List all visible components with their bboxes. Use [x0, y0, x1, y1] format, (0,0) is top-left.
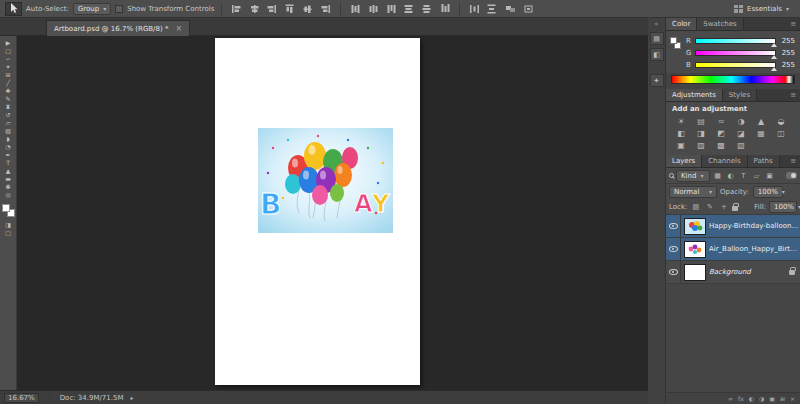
distribute-v-spacing-icon[interactable]: [486, 2, 499, 16]
auto-select-dropdown[interactable]: Group ▾: [73, 3, 111, 15]
distribute-right-icon[interactable]: [438, 2, 452, 15]
color-spectrum-ramp[interactable]: [671, 75, 795, 84]
visibility-cell[interactable]: [666, 238, 681, 260]
layer-thumbnail[interactable]: [685, 265, 705, 280]
layer-group-icon[interactable]: ▣: [769, 396, 775, 402]
rectangular-marquee-tool[interactable]: □: [1, 47, 16, 55]
eyedropper-tool[interactable]: ╱: [1, 79, 16, 87]
distribute-h-spacing-icon[interactable]: [467, 2, 481, 15]
filter-kind-dropdown[interactable]: Kind ▾: [676, 170, 710, 182]
status-popup-icon[interactable]: ▸: [130, 395, 133, 401]
lasso-tool[interactable]: ∽: [1, 55, 16, 63]
align-v-center-icon[interactable]: [302, 2, 315, 16]
artboard[interactable]: B A Y: [215, 38, 420, 385]
tab-color[interactable]: Color: [666, 18, 697, 30]
layer-row-background[interactable]: Background: [666, 261, 800, 284]
tab-channels[interactable]: Channels: [702, 155, 747, 167]
distribute-top-icon[interactable]: [348, 2, 362, 15]
visibility-cell[interactable]: [666, 261, 681, 283]
selective-color-icon[interactable]: ▩: [711, 139, 731, 151]
color-balance-icon[interactable]: ◧: [671, 127, 691, 139]
visibility-cell[interactable]: [666, 215, 681, 237]
eye-icon[interactable]: [669, 246, 678, 252]
eraser-tool[interactable]: ▱: [1, 119, 16, 127]
new-adjustment-layer-icon[interactable]: ◑: [759, 396, 764, 402]
gradient-map-icon[interactable]: ▧: [731, 139, 751, 151]
photo-filter-icon[interactable]: ◩: [711, 127, 731, 139]
color-lookup-icon[interactable]: ▦: [751, 127, 771, 139]
exposure-icon[interactable]: ◑: [731, 115, 751, 127]
layer-thumbnail[interactable]: [685, 242, 705, 257]
lock-transparent-pixels-icon[interactable]: ▨: [690, 201, 701, 213]
shape-layer-filter-icon[interactable]: ▱: [751, 170, 762, 182]
blend-mode-dropdown[interactable]: Normal ▾: [669, 186, 717, 198]
panel-menu-icon[interactable]: ≡: [786, 155, 800, 167]
align-bottom-icon[interactable]: [319, 2, 333, 15]
eye-icon[interactable]: [669, 223, 678, 229]
distribute-bottom-icon[interactable]: [384, 2, 398, 15]
foreground-chip[interactable]: [670, 37, 677, 44]
brush-tool[interactable]: ✎: [1, 95, 16, 103]
blue-slider[interactable]: [695, 62, 776, 68]
tab-swatches[interactable]: Swatches: [697, 18, 743, 30]
hand-tool[interactable]: ✽: [1, 183, 16, 191]
type-layer-filter-icon[interactable]: T: [738, 170, 749, 182]
lock-image-pixels-icon[interactable]: ✎: [704, 201, 715, 213]
tab-styles[interactable]: Styles: [723, 89, 757, 101]
3d-mode-icon[interactable]: [521, 2, 535, 15]
document-tab[interactable]: Artboard.psd @ 16.7% (RGB/8) * ×: [46, 20, 190, 36]
slider-thumb[interactable]: [771, 43, 777, 47]
vibrance-icon[interactable]: ▲: [751, 115, 771, 127]
canvas-area[interactable]: B A Y: [17, 36, 648, 390]
distribute-left-icon[interactable]: [403, 2, 416, 16]
layer-thumbnail[interactable]: [685, 219, 705, 234]
tab-layers[interactable]: Layers: [666, 155, 702, 167]
spot-healing-brush-tool[interactable]: ✚: [1, 87, 16, 95]
layer-row-air-balloon-happy-birth[interactable]: Air_Balloon_Happy_Birth...: [666, 238, 800, 261]
pen-tool[interactable]: ✒: [1, 151, 16, 159]
levels-icon[interactable]: ▤: [691, 115, 711, 127]
layer-effects-icon[interactable]: fx: [738, 396, 744, 402]
horizontal-type-tool[interactable]: T: [1, 159, 16, 167]
layer-name[interactable]: Happy-Birthday-balloons-...: [709, 222, 800, 230]
auto-align-icon[interactable]: [503, 2, 517, 15]
panel-menu-icon[interactable]: ≡: [786, 89, 800, 101]
align-h-center-icon[interactable]: [247, 2, 261, 15]
smart-object-filter-icon[interactable]: ▣: [764, 170, 775, 182]
invert-icon[interactable]: ◫: [771, 127, 791, 139]
tab-adjustments[interactable]: Adjustments: [666, 89, 723, 101]
eye-icon[interactable]: [669, 269, 678, 275]
path-selection-tool[interactable]: ▲: [1, 167, 16, 175]
quick-selection-tool[interactable]: ✦: [1, 63, 16, 71]
gradient-tool[interactable]: ▧: [1, 127, 16, 135]
threshold-icon[interactable]: ▨: [691, 139, 711, 151]
layer-mask-icon[interactable]: ◐: [749, 396, 754, 402]
distribute-h-center-icon[interactable]: [421, 2, 434, 16]
active-tool-badge[interactable]: [5, 2, 22, 16]
posterize-icon[interactable]: ▣: [671, 139, 691, 151]
workspace-switcher[interactable]: Essentials ▾: [728, 5, 795, 13]
lock-all-icon[interactable]: [732, 206, 738, 211]
panel-menu-icon[interactable]: ≡: [786, 18, 800, 30]
opacity-dropdown[interactable]: 100% ▾: [753, 186, 783, 198]
zoom-level-field[interactable]: 16.67%: [4, 393, 39, 403]
zoom-tool[interactable]: ◎: [1, 191, 16, 199]
channel-mixer-icon[interactable]: ◪: [731, 127, 751, 139]
color-panel-fgbg-swatch[interactable]: [670, 35, 682, 59]
history-brush-tool[interactable]: ↺: [1, 111, 16, 119]
properties-panel-icon[interactable]: ◧: [650, 48, 664, 61]
rectangle-tool[interactable]: ▬: [1, 175, 16, 183]
foreground-color-swatch[interactable]: [2, 204, 10, 212]
layer-name[interactable]: Air_Balloon_Happy_Birth...: [709, 245, 800, 253]
curves-icon[interactable]: ≈: [711, 115, 731, 127]
clone-stamp-tool[interactable]: ♜: [1, 103, 16, 111]
new-layer-icon[interactable]: ⊞: [780, 396, 785, 402]
distribute-v-center-icon[interactable]: [366, 2, 380, 15]
align-right-icon[interactable]: [265, 2, 279, 15]
hue-saturation-icon[interactable]: ◒: [771, 115, 791, 127]
close-icon[interactable]: ×: [175, 25, 182, 33]
red-slider[interactable]: [695, 38, 776, 44]
pixel-layer-filter-icon[interactable]: ▦: [712, 170, 723, 182]
adjustment-layer-filter-icon[interactable]: ◐: [725, 170, 736, 182]
black-white-icon[interactable]: ◨: [691, 127, 711, 139]
